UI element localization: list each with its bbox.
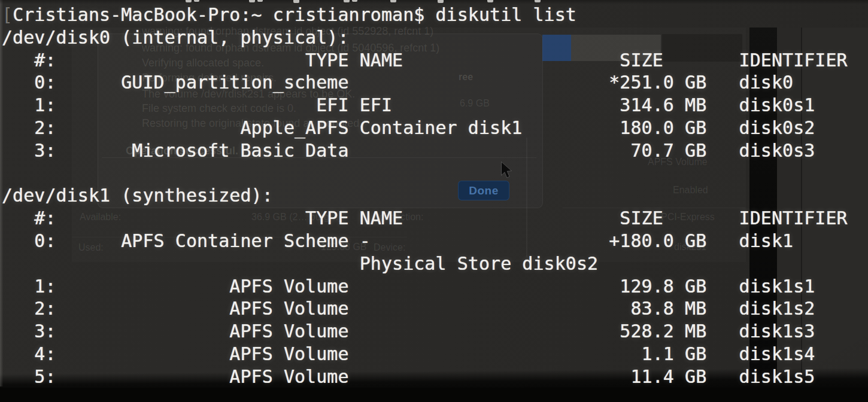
glyph-fragment (249, 0, 255, 2)
glyph-fragment (352, 0, 357, 2)
glyph-fragment (535, 0, 541, 2)
glyph-fragment (344, 0, 350, 2)
glyph-fragment (293, 0, 299, 3)
terminal-output[interactable]: [Cristians-MacBook-Pro:~ cristianroman$ … (2, 4, 848, 388)
glyph-fragment (390, 0, 396, 2)
bottom-black-edge (0, 388, 868, 402)
shell-prompt-and-command: Cristians-MacBook-Pro:~ cristianroman$ d… (13, 4, 576, 25)
glyph-fragment (257, 0, 263, 2)
screen-photo: warning: found orphan dstream id object … (0, 0, 868, 402)
prompt-bracket-artifact: [ (2, 4, 13, 25)
glyph-fragment (487, 0, 493, 2)
glyph-fragment (438, 0, 444, 3)
glyph-fragment (194, 0, 199, 2)
glyph-fragment (186, 0, 192, 2)
diskutil-output-text: /dev/disk0 (internal, physical): #: TYPE… (2, 27, 848, 387)
